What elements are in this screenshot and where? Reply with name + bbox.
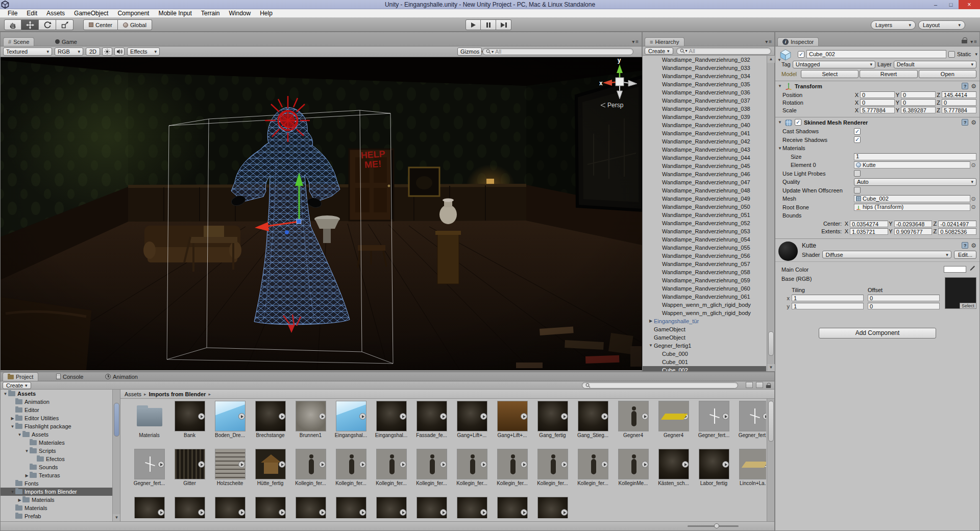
help-icon[interactable]: ? [962, 83, 968, 89]
asset-item[interactable]: Gegner4 [613, 399, 653, 447]
hierarchy-item[interactable]: Wandlampe_Randverziehrung_040 [643, 121, 766, 129]
tab-console[interactable]: Console [52, 372, 88, 381]
foldout-icon[interactable]: ▼ [648, 342, 654, 350]
asset-item[interactable]: Fassade_fe... [411, 399, 452, 447]
foldout-icon[interactable]: ▼ [10, 424, 15, 429]
asset-item[interactable]: Lincoln+La... [734, 447, 766, 495]
hierarchy-item[interactable]: Wandlampe_Randverziehrung_032 [643, 56, 766, 64]
tree-item[interactable]: Prefab [1, 512, 112, 520]
project-search-input[interactable] [582, 382, 738, 389]
expand-arrow-icon[interactable] [561, 509, 568, 516]
static-checkbox[interactable] [948, 51, 955, 58]
expand-arrow-icon[interactable] [158, 509, 164, 516]
expand-arrow-icon[interactable] [480, 509, 487, 516]
hierarchy-item[interactable]: Wandlampe_Randverziehrung_045 [643, 162, 766, 170]
hierarchy-item[interactable]: Wandlampe_Randverziehrung_041 [643, 129, 766, 137]
offset-y-field[interactable]: 0 [868, 303, 940, 309]
shader-dropdown[interactable]: Diffuse ▾ [822, 251, 951, 258]
thumbnail-zoom-slider[interactable] [688, 525, 739, 527]
menu-window[interactable]: Window [225, 9, 256, 18]
lock-icon[interactable] [962, 37, 967, 43]
preview-foldout-icon[interactable]: ▼ [777, 58, 781, 62]
asset-item[interactable]: Brunnen1 [290, 399, 331, 447]
bounds-x-field[interactable]: 0.0354274 [850, 221, 888, 227]
scroll-up-icon[interactable]: ▲ [767, 56, 775, 63]
breadcrumb-root[interactable]: Assets [125, 391, 141, 397]
hierarchy-item[interactable]: Wandlampe_Randverziehrung_056 [643, 252, 766, 260]
bounds-y-field[interactable]: 0.9097677 [894, 228, 933, 235]
tab-hierarchy[interactable]: ≡ Hierarchy [645, 37, 684, 46]
tree-item[interactable]: ▼Imports from Blender [1, 488, 112, 496]
light-probes-checkbox[interactable] [854, 170, 861, 177]
tab-scene[interactable]: # Scene [3, 37, 34, 46]
mesh-object-field[interactable]: Cube_002 [854, 195, 970, 202]
asset-item[interactable]: Eingangshal... [371, 399, 411, 447]
breadcrumb-current[interactable]: Imports from Blender [149, 391, 206, 397]
menu-edit[interactable]: Edit [22, 9, 42, 18]
expand-arrow-icon[interactable] [763, 413, 767, 420]
expand-arrow-icon[interactable] [238, 461, 245, 468]
menu-assets[interactable]: Assets [42, 9, 69, 18]
gear-icon[interactable]: ⚙ [971, 83, 976, 89]
foldout-icon[interactable]: ▼ [3, 392, 8, 396]
menu-help[interactable]: Help [255, 9, 277, 18]
menu-component[interactable]: Component [113, 9, 154, 18]
hierarchy-search-input[interactable]: ▾ All [676, 47, 771, 55]
expand-arrow-icon[interactable] [521, 461, 527, 468]
scroll-down-icon[interactable]: ▼ [113, 514, 120, 521]
component-enabled-checkbox[interactable]: ✓ [795, 119, 801, 126]
root-bone-object-field[interactable]: hips (Transform) [854, 204, 970, 211]
expand-arrow-icon[interactable] [480, 413, 487, 420]
step-button[interactable] [496, 19, 511, 30]
asset-item[interactable]: Gang+Lift+... [452, 399, 492, 447]
hierarchy-item[interactable]: Wandlampe_Randverziehrung_039 [643, 113, 766, 121]
foldout-icon[interactable]: ▼ [24, 449, 30, 453]
expand-arrow-icon[interactable] [400, 461, 406, 468]
foldout-icon[interactable]: ▼ [777, 84, 782, 88]
tab-project[interactable]: Project [3, 372, 38, 381]
receive-shadows-checkbox[interactable]: ✓ [854, 136, 861, 143]
hierarchy-item[interactable]: Wandlampe_Randverziehrung_057 [643, 260, 766, 268]
static-dropdown-icon[interactable]: ▾ [975, 52, 977, 57]
gear-icon[interactable]: ⚙ [971, 119, 976, 126]
tree-item[interactable]: Materials [1, 504, 112, 512]
expand-arrow-icon[interactable] [400, 509, 406, 516]
tab-inspector[interactable]: i Inspector [777, 37, 819, 46]
asset-item[interactable]: Gitter [169, 447, 210, 495]
foldout-icon[interactable]: ▶ [10, 416, 15, 421]
hierarchy-item[interactable]: Wandlampe_Randverziehrung_060 [643, 284, 766, 293]
hierarchy-item[interactable]: Wandlampe_Randverziehrung_047 [643, 178, 766, 186]
asset-item[interactable]: Eingangshal... [331, 399, 371, 447]
hierarchy-scrollbar[interactable]: ▲ ▼ [767, 56, 774, 371]
expand-arrow-icon[interactable] [601, 413, 608, 420]
object-picker-icon[interactable]: ⊙ [970, 196, 976, 202]
asset-item[interactable]: Kollegin_fer... [573, 447, 613, 495]
asset-item[interactable]: Brechstange [250, 399, 290, 447]
search-by-label-icon[interactable] [756, 382, 763, 388]
asset-item[interactable]: Kollegin_fer... [452, 447, 492, 495]
expand-arrow-icon[interactable] [359, 461, 366, 468]
slider-knob[interactable] [714, 523, 719, 528]
close-button[interactable]: × [959, 0, 980, 9]
hierarchy-item[interactable]: Wandlampe_Randverziehrung_059 [643, 276, 766, 284]
materials-foldout-icon[interactable]: ▼ [777, 146, 782, 151]
model-select-button[interactable]: Select [801, 70, 859, 78]
bounds-y-field[interactable]: -0.0293648 [894, 221, 933, 227]
expand-arrow-icon[interactable] [319, 413, 326, 420]
asset-item[interactable]: Materials [129, 399, 169, 447]
lighting-toggle-button[interactable] [102, 47, 112, 56]
model-open-button[interactable]: Open [919, 70, 976, 78]
expand-arrow-icon[interactable] [359, 509, 366, 516]
foldout-icon[interactable]: ▼ [10, 490, 15, 494]
hierarchy-item[interactable]: GameObject [643, 325, 766, 333]
hierarchy-item[interactable]: Wandlampe_Randverziehrung_037 [643, 96, 766, 105]
expand-arrow-icon[interactable] [158, 461, 164, 468]
gizmos-dropdown[interactable]: Gizmos ▾ [457, 47, 482, 56]
help-icon[interactable]: ? [962, 119, 968, 126]
hierarchy-item[interactable]: Wandlampe_Randverziehrung_038 [643, 105, 766, 113]
scroll-down-icon[interactable]: ▼ [767, 364, 775, 371]
hierarchy-item[interactable]: Wandlampe_Randverziehrung_044 [643, 154, 766, 162]
tree-item[interactable]: ▼Assets [1, 430, 112, 439]
hierarchy-item[interactable]: Wandlampe_Randverziehrung_046 [643, 170, 766, 178]
expand-arrow-icon[interactable] [480, 461, 487, 468]
